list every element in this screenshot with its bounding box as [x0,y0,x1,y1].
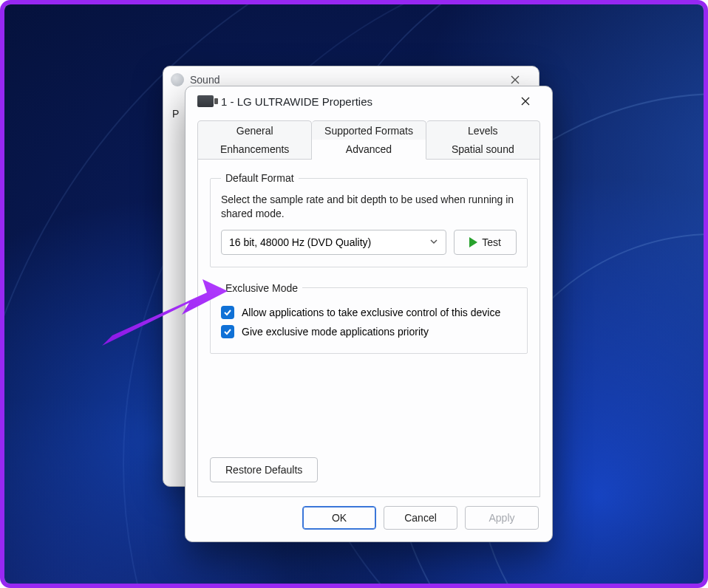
exclusive-mode-group: Exclusive Mode Allow applications to tak… [210,282,528,354]
check-icon [223,308,232,317]
apply-button[interactable]: Apply [465,506,539,530]
close-icon [510,75,520,85]
sample-rate-select[interactable]: 16 bit, 48000 Hz (DVD Quality) [221,230,446,255]
tab-supported-formats[interactable]: Supported Formats [312,120,426,140]
sample-rate-value: 16 bit, 48000 Hz (DVD Quality) [229,236,371,248]
exclusive-priority-label: Give exclusive mode applications priorit… [242,326,429,338]
sound-icon [171,73,184,86]
close-icon [520,96,531,106]
restore-defaults-button[interactable]: Restore Defaults [210,457,318,482]
tab-general[interactable]: General [197,120,312,140]
sound-title: Sound [190,74,219,86]
default-format-group: Default Format Select the sample rate an… [210,172,528,267]
tab-content-advanced: Default Format Select the sample rate an… [197,159,540,497]
chevron-down-icon [429,236,438,248]
tab-enhancements[interactable]: Enhancements [197,140,312,160]
monitor-icon [197,95,214,107]
properties-close-button[interactable] [509,90,542,112]
tabs-row-1: General Supported Formats Levels [197,120,540,140]
properties-title: 1 - LG ULTRAWIDE Properties [221,95,372,108]
dialog-button-row: OK Cancel Apply [185,497,552,541]
exclusive-control-label: Allow applications to take exclusive con… [242,307,500,318]
properties-titlebar[interactable]: 1 - LG ULTRAWIDE Properties [185,86,552,116]
play-icon [469,237,477,247]
ok-button[interactable]: OK [302,506,376,530]
exclusive-mode-legend: Exclusive Mode [221,282,302,294]
exclusive-priority-checkbox[interactable] [221,325,234,338]
tabs-row-2: Enhancements Advanced Spatial sound [197,140,540,160]
default-format-desc: Select the sample rate and bit depth to … [221,193,517,221]
device-properties-dialog: 1 - LG ULTRAWIDE Properties General Supp… [185,86,553,542]
cancel-button[interactable]: Cancel [384,506,457,530]
tab-levels[interactable]: Levels [426,120,540,140]
default-format-legend: Default Format [221,172,299,184]
test-button[interactable]: Test [454,230,517,255]
check-icon [223,327,232,336]
exclusive-control-checkbox[interactable] [221,306,234,319]
tab-spatial-sound[interactable]: Spatial sound [426,140,540,160]
tab-advanced[interactable]: Advanced [312,140,426,160]
test-label: Test [482,236,501,248]
